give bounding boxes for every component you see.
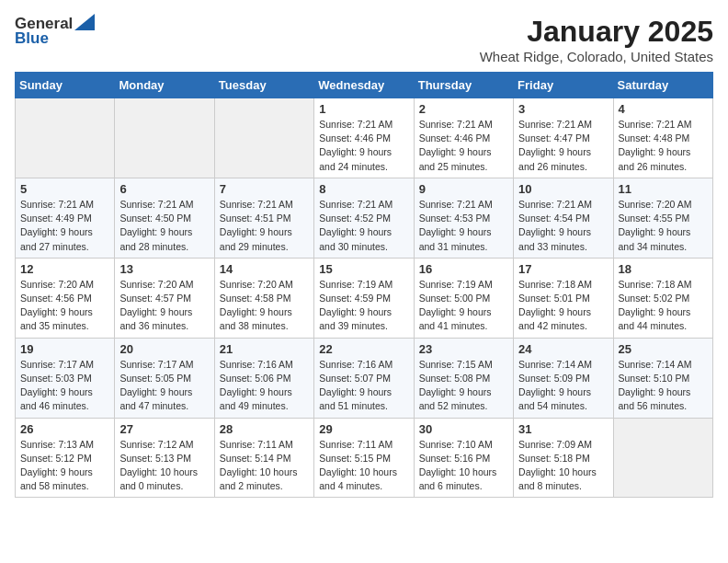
calendar-cell: 23Sunrise: 7:15 AMSunset: 5:08 PMDayligh… (414, 338, 513, 418)
day-number: 29 (319, 422, 408, 436)
day-number: 30 (419, 422, 508, 436)
cell-content: Sunrise: 7:21 AMSunset: 4:53 PMDaylight:… (419, 198, 508, 254)
cell-content: Sunrise: 7:21 AMSunset: 4:52 PMDaylight:… (319, 198, 408, 254)
calendar-cell: 26Sunrise: 7:13 AMSunset: 5:12 PMDayligh… (16, 418, 115, 498)
calendar-cell: 21Sunrise: 7:16 AMSunset: 5:06 PMDayligh… (214, 338, 313, 418)
calendar-cell: 29Sunrise: 7:11 AMSunset: 5:15 PMDayligh… (314, 418, 414, 498)
calendar-cell: 1Sunrise: 7:21 AMSunset: 4:46 PMDaylight… (314, 98, 414, 178)
page-header: General Blue January 2025 Wheat Ridge, C… (15, 15, 713, 64)
logo-icon (74, 14, 95, 30)
day-number: 21 (220, 342, 309, 356)
calendar-cell: 27Sunrise: 7:12 AMSunset: 5:13 PMDayligh… (115, 418, 214, 498)
calendar-week-4: 19Sunrise: 7:17 AMSunset: 5:03 PMDayligh… (16, 338, 713, 418)
cell-content: Sunrise: 7:21 AMSunset: 4:54 PMDaylight:… (518, 198, 608, 254)
logo-blue-text: Blue (15, 29, 49, 48)
calendar-cell: 12Sunrise: 7:20 AMSunset: 4:56 PMDayligh… (16, 258, 115, 338)
cell-content: Sunrise: 7:18 AMSunset: 5:02 PMDaylight:… (619, 278, 708, 334)
day-number: 12 (20, 262, 109, 276)
day-number: 18 (619, 262, 708, 276)
day-number: 13 (119, 262, 209, 276)
calendar-cell: 15Sunrise: 7:19 AMSunset: 4:59 PMDayligh… (314, 258, 414, 338)
day-number: 6 (119, 182, 209, 196)
day-number: 28 (220, 422, 309, 436)
day-number: 31 (518, 422, 608, 436)
day-number: 22 (319, 342, 408, 356)
cell-content: Sunrise: 7:14 AMSunset: 5:10 PMDaylight:… (619, 358, 708, 414)
calendar-cell: 3Sunrise: 7:21 AMSunset: 4:47 PMDaylight… (514, 98, 613, 178)
day-number: 17 (518, 262, 608, 276)
cell-content: Sunrise: 7:17 AMSunset: 5:05 PMDaylight:… (119, 358, 209, 414)
cell-content: Sunrise: 7:11 AMSunset: 5:15 PMDaylight:… (319, 438, 408, 494)
calendar-cell: 6Sunrise: 7:21 AMSunset: 4:50 PMDaylight… (115, 178, 214, 258)
day-number: 27 (119, 422, 209, 436)
calendar-cell: 8Sunrise: 7:21 AMSunset: 4:52 PMDaylight… (314, 178, 414, 258)
calendar-cell: 9Sunrise: 7:21 AMSunset: 4:53 PMDaylight… (414, 178, 513, 258)
cell-content: Sunrise: 7:16 AMSunset: 5:06 PMDaylight:… (220, 358, 309, 414)
calendar-cell: 17Sunrise: 7:18 AMSunset: 5:01 PMDayligh… (514, 258, 613, 338)
calendar-cell: 16Sunrise: 7:19 AMSunset: 5:00 PMDayligh… (414, 258, 513, 338)
cell-content: Sunrise: 7:17 AMSunset: 5:03 PMDaylight:… (20, 358, 109, 414)
calendar-cell (214, 98, 313, 178)
calendar-cell: 30Sunrise: 7:10 AMSunset: 5:16 PMDayligh… (414, 418, 513, 498)
cell-content: Sunrise: 7:21 AMSunset: 4:46 PMDaylight:… (319, 118, 408, 174)
cell-content: Sunrise: 7:20 AMSunset: 4:57 PMDaylight:… (119, 278, 209, 334)
calendar-cell: 14Sunrise: 7:20 AMSunset: 4:58 PMDayligh… (214, 258, 313, 338)
logo: General Blue (15, 15, 95, 48)
calendar-cell: 31Sunrise: 7:09 AMSunset: 5:18 PMDayligh… (514, 418, 613, 498)
day-number: 4 (619, 102, 708, 116)
calendar-cell: 10Sunrise: 7:21 AMSunset: 4:54 PMDayligh… (514, 178, 613, 258)
cell-content: Sunrise: 7:13 AMSunset: 5:12 PMDaylight:… (20, 438, 109, 494)
cell-content: Sunrise: 7:10 AMSunset: 5:16 PMDaylight:… (419, 438, 508, 494)
calendar-week-2: 5Sunrise: 7:21 AMSunset: 4:49 PMDaylight… (16, 178, 713, 258)
calendar-cell: 5Sunrise: 7:21 AMSunset: 4:49 PMDaylight… (16, 178, 115, 258)
calendar-cell: 13Sunrise: 7:20 AMSunset: 4:57 PMDayligh… (115, 258, 214, 338)
calendar-cell: 22Sunrise: 7:16 AMSunset: 5:07 PMDayligh… (314, 338, 414, 418)
calendar-cell: 19Sunrise: 7:17 AMSunset: 5:03 PMDayligh… (16, 338, 115, 418)
cell-content: Sunrise: 7:20 AMSunset: 4:55 PMDaylight:… (619, 198, 708, 254)
cell-content: Sunrise: 7:21 AMSunset: 4:48 PMDaylight:… (619, 118, 708, 174)
cell-content: Sunrise: 7:20 AMSunset: 4:56 PMDaylight:… (20, 278, 109, 334)
calendar-cell: 11Sunrise: 7:20 AMSunset: 4:55 PMDayligh… (613, 178, 712, 258)
calendar-week-1: 1Sunrise: 7:21 AMSunset: 4:46 PMDaylight… (16, 98, 713, 178)
day-number: 2 (419, 102, 508, 116)
cell-content: Sunrise: 7:20 AMSunset: 4:58 PMDaylight:… (220, 278, 309, 334)
day-header-wednesday: Wednesday (314, 73, 414, 98)
svg-marker-0 (74, 14, 95, 30)
calendar-cell: 2Sunrise: 7:21 AMSunset: 4:46 PMDaylight… (414, 98, 513, 178)
cell-content: Sunrise: 7:11 AMSunset: 5:14 PMDaylight:… (220, 438, 309, 494)
day-number: 1 (319, 102, 408, 116)
cell-content: Sunrise: 7:21 AMSunset: 4:49 PMDaylight:… (20, 198, 109, 254)
calendar-week-5: 26Sunrise: 7:13 AMSunset: 5:12 PMDayligh… (16, 418, 713, 498)
day-number: 16 (419, 262, 508, 276)
calendar-cell (16, 98, 115, 178)
calendar-cell (613, 418, 712, 498)
cell-content: Sunrise: 7:12 AMSunset: 5:13 PMDaylight:… (119, 438, 209, 494)
calendar-table: SundayMondayTuesdayWednesdayThursdayFrid… (15, 72, 713, 498)
month-title: January 2025 (480, 15, 713, 49)
calendar-cell: 25Sunrise: 7:14 AMSunset: 5:10 PMDayligh… (613, 338, 712, 418)
cell-content: Sunrise: 7:15 AMSunset: 5:08 PMDaylight:… (419, 358, 508, 414)
cell-content: Sunrise: 7:21 AMSunset: 4:46 PMDaylight:… (419, 118, 508, 174)
day-number: 24 (518, 342, 608, 356)
day-number: 20 (119, 342, 209, 356)
calendar-week-3: 12Sunrise: 7:20 AMSunset: 4:56 PMDayligh… (16, 258, 713, 338)
day-number: 9 (419, 182, 508, 196)
day-header-monday: Monday (115, 73, 214, 98)
day-number: 23 (419, 342, 508, 356)
calendar-cell (115, 98, 214, 178)
calendar-cell: 20Sunrise: 7:17 AMSunset: 5:05 PMDayligh… (115, 338, 214, 418)
cell-content: Sunrise: 7:21 AMSunset: 4:51 PMDaylight:… (220, 198, 309, 254)
day-number: 15 (319, 262, 408, 276)
day-number: 19 (20, 342, 109, 356)
calendar-cell: 4Sunrise: 7:21 AMSunset: 4:48 PMDaylight… (613, 98, 712, 178)
cell-content: Sunrise: 7:21 AMSunset: 4:47 PMDaylight:… (518, 118, 608, 174)
cell-content: Sunrise: 7:19 AMSunset: 4:59 PMDaylight:… (319, 278, 408, 334)
cell-content: Sunrise: 7:14 AMSunset: 5:09 PMDaylight:… (518, 358, 608, 414)
day-number: 26 (20, 422, 109, 436)
cell-content: Sunrise: 7:21 AMSunset: 4:50 PMDaylight:… (119, 198, 209, 254)
calendar-header-row: SundayMondayTuesdayWednesdayThursdayFrid… (16, 73, 713, 98)
day-number: 8 (319, 182, 408, 196)
cell-content: Sunrise: 7:09 AMSunset: 5:18 PMDaylight:… (518, 438, 608, 494)
day-header-tuesday: Tuesday (214, 73, 313, 98)
day-number: 25 (619, 342, 708, 356)
